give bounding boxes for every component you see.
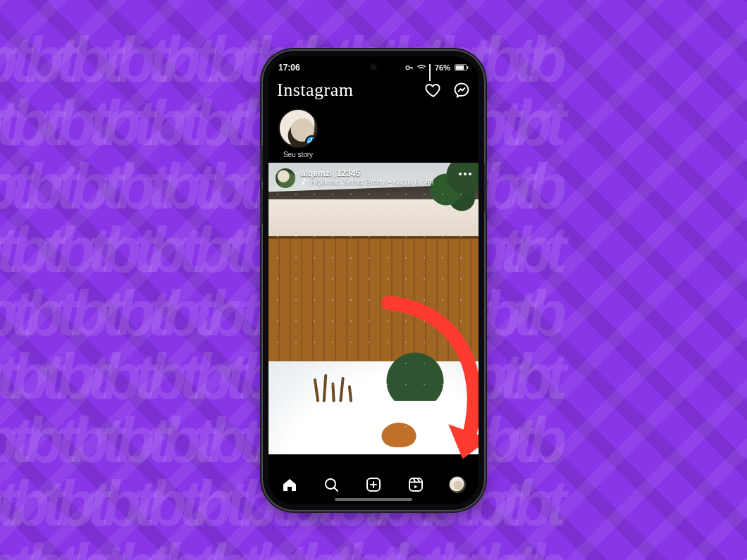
svg-rect-5 — [467, 66, 469, 69]
nav-create[interactable] — [364, 475, 383, 494]
svg-point-0 — [406, 66, 409, 69]
volume-up-button — [260, 147, 263, 182]
nav-reels[interactable] — [407, 475, 425, 494]
nav-profile[interactable] — [448, 475, 467, 494]
wifi-icon — [416, 64, 426, 71]
battery-percent: 76% — [435, 63, 450, 72]
svg-point-8 — [469, 173, 471, 175]
home-icon — [281, 476, 298, 493]
phone-screen: 17:06 76% Instagram — [268, 56, 479, 504]
signal-icon — [429, 64, 431, 71]
post-author-avatar[interactable] — [276, 168, 295, 188]
your-story-avatar[interactable] — [278, 108, 318, 148]
messenger-icon — [453, 82, 470, 99]
vpn-key-icon — [405, 64, 414, 71]
plus-icon — [308, 138, 315, 145]
post-music-text: Hiçkimse, Serhat Erdem • Küçük Bir An — [311, 178, 433, 186]
post-username[interactable]: alqemzi_12345 — [301, 168, 433, 178]
svg-point-6 — [459, 173, 462, 175]
front-camera — [370, 63, 377, 70]
svg-rect-4 — [456, 65, 464, 69]
instagram-logo[interactable]: Instagram — [277, 80, 353, 101]
create-icon — [365, 476, 382, 493]
your-story-label: Seu story — [283, 151, 313, 158]
feed-post[interactable]: alqemzi_12345 Hiçkimse, Serhat Erdem • K… — [268, 163, 479, 454]
svg-rect-2 — [412, 67, 412, 69]
activity-heart-button[interactable] — [425, 82, 442, 99]
post-more-button[interactable] — [459, 168, 471, 180]
heart-icon — [425, 82, 442, 99]
svg-point-7 — [464, 173, 467, 175]
instagram-header: Instagram — [268, 76, 479, 104]
status-time: 17:06 — [278, 63, 300, 73]
home-indicator[interactable] — [335, 498, 412, 501]
nav-search[interactable] — [322, 475, 340, 494]
phone-frame: 17:06 76% Instagram — [263, 51, 484, 510]
post-media[interactable] — [268, 163, 479, 454]
search-icon — [323, 476, 340, 493]
power-button — [484, 163, 487, 213]
your-story[interactable]: Seu story — [276, 108, 321, 158]
reels-icon — [407, 476, 424, 493]
stories-tray[interactable]: Seu story — [268, 104, 479, 163]
more-icon — [459, 168, 471, 180]
svg-rect-11 — [409, 478, 422, 491]
battery-icon — [455, 64, 469, 71]
music-note-icon — [301, 178, 308, 185]
volume-down-button — [260, 189, 263, 224]
post-music-line[interactable]: Hiçkimse, Serhat Erdem • Küçük Bir An — [301, 178, 433, 186]
messenger-button[interactable] — [453, 82, 470, 99]
nav-home[interactable] — [280, 475, 299, 494]
post-header: alqemzi_12345 Hiçkimse, Serhat Erdem • K… — [276, 168, 471, 188]
add-story-badge[interactable] — [305, 135, 318, 148]
profile-avatar-icon — [449, 476, 466, 493]
